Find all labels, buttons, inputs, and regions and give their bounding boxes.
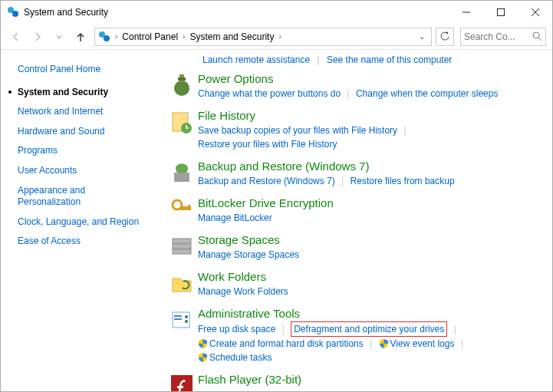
bitlocker-icon	[170, 197, 194, 222]
sidebar-item-clock[interactable]: Clock, Language, and Region	[18, 216, 150, 229]
category-title[interactable]: BitLocker Drive Encryption	[198, 196, 532, 211]
category-flash: Flash Player (32-bit)	[158, 372, 532, 391]
link-remote-assistance[interactable]: Launch remote assistance	[202, 54, 310, 65]
svg-point-27	[185, 320, 188, 323]
svg-rect-3	[497, 9, 504, 16]
svg-point-26	[185, 315, 188, 318]
sidebar-item-programs[interactable]: Programs	[18, 145, 150, 157]
recent-button[interactable]	[50, 28, 68, 46]
search-placeholder: Search Co...	[464, 31, 532, 42]
category-filehistory: File History Save backup copies of your …	[158, 108, 532, 151]
chevron-down-icon[interactable]: ⌄	[416, 32, 428, 41]
category-backup: Backup and Restore (Windows 7) Backup an…	[158, 159, 532, 188]
sidebar-item-hardware[interactable]: Hardware and Sound	[18, 126, 150, 138]
link-backup-restore[interactable]: Backup and Restore (Windows 7)	[198, 176, 335, 186]
shield-icon	[379, 338, 389, 348]
svg-point-9	[533, 32, 539, 38]
sidebar-item-users[interactable]: User Accounts	[18, 165, 150, 177]
workfolders-icon	[170, 271, 194, 295]
chevron-right-icon[interactable]: ›	[115, 32, 117, 41]
search-input[interactable]: Search Co...	[460, 28, 546, 46]
link-restore-filehistory[interactable]: Restore your files with File History	[198, 139, 337, 150]
svg-rect-20	[173, 239, 191, 243]
svg-point-1	[12, 11, 18, 17]
sidebar: Control Panel Home System and Security N…	[1, 50, 158, 391]
shield-icon	[198, 352, 208, 362]
control-panel-icon	[7, 6, 19, 18]
sidebar-item-network[interactable]: Network and Internet	[18, 106, 150, 118]
sidebar-item-ease[interactable]: Ease of Access	[18, 236, 150, 248]
chevron-right-icon[interactable]: ›	[183, 32, 185, 41]
admin-tools-icon	[170, 308, 194, 332]
category-title[interactable]: Flash Player (32-bit)	[198, 372, 532, 387]
svg-rect-24	[174, 315, 182, 317]
link-sleep[interactable]: Change when the computer sleeps	[356, 88, 498, 99]
svg-rect-19	[188, 205, 190, 207]
sidebar-item-home[interactable]: Control Panel Home	[18, 64, 150, 76]
control-panel-icon	[98, 31, 110, 43]
titlebar: System and Security	[1, 1, 552, 24]
category-title[interactable]: Work Folders	[198, 269, 532, 285]
navbar: › Control Panel › System and Security › …	[1, 24, 552, 50]
svg-rect-25	[174, 318, 182, 320]
svg-rect-16	[174, 173, 189, 182]
link-free-disk[interactable]: Free up disk space	[198, 324, 275, 334]
link-schedule-tasks[interactable]: Schedule tasks	[209, 352, 272, 363]
svg-point-8	[104, 35, 110, 41]
svg-rect-13	[178, 77, 186, 81]
window-title: System and Security	[24, 7, 449, 18]
shield-icon	[198, 338, 208, 348]
storage-icon	[170, 234, 194, 259]
link-manage-bitlocker[interactable]: Manage BitLocker	[198, 212, 272, 223]
flash-icon	[170, 374, 194, 391]
category-storage: Storage Spaces Manage Storage Spaces	[158, 232, 532, 262]
main-content: Launch remote assistance | See the name …	[158, 50, 552, 391]
svg-rect-21	[173, 244, 191, 249]
sidebar-item-system-security[interactable]: System and Security	[18, 87, 150, 99]
link-defragment[interactable]: Defragment and optimize your drives	[294, 324, 444, 334]
category-title[interactable]: Backup and Restore (Windows 7)	[198, 159, 532, 174]
back-button[interactable]	[7, 28, 25, 46]
highlight-defragment: Defragment and optimize your drives	[291, 321, 447, 337]
link-power-buttons[interactable]: Change what the power buttons do	[198, 88, 341, 99]
category-admintools: Administrative Tools Free up disk space …	[158, 306, 532, 364]
forward-button[interactable]	[28, 28, 47, 46]
category-bitlocker: BitLocker Drive Encryption Manage BitLoc…	[158, 196, 532, 225]
svg-rect-22	[173, 249, 191, 254]
minimize-button[interactable]	[449, 1, 483, 24]
power-icon	[170, 73, 194, 97]
sidebar-item-appearance[interactable]: Appearance and Personalization	[18, 185, 150, 209]
refresh-button[interactable]	[436, 28, 454, 46]
svg-line-10	[538, 38, 541, 41]
breadcrumb[interactable]: › Control Panel › System and Security › …	[94, 28, 432, 46]
breadcrumb-current[interactable]: System and Security	[186, 30, 277, 44]
link-create-partitions[interactable]: Create and format hard disk partitions	[209, 338, 364, 349]
svg-point-11	[174, 81, 189, 96]
top-links: Launch remote assistance | See the name …	[158, 54, 532, 65]
category-power: Power Options Change what the power butt…	[158, 71, 532, 100]
up-button[interactable]	[71, 28, 90, 46]
link-manage-workfolders[interactable]: Manage Work Folders	[198, 286, 288, 297]
search-icon	[532, 31, 542, 41]
file-history-icon	[170, 110, 194, 134]
link-manage-storage[interactable]: Manage Storage Spaces	[198, 249, 299, 260]
category-workfolders: Work Folders Manage Work Folders	[158, 269, 532, 298]
category-title[interactable]: Power Options	[198, 71, 532, 87]
chevron-right-icon[interactable]: ›	[278, 32, 281, 41]
close-button[interactable]	[518, 1, 552, 24]
category-title[interactable]: File History	[198, 108, 532, 124]
category-title[interactable]: Administrative Tools	[198, 306, 532, 321]
breadcrumb-root[interactable]: Control Panel	[119, 30, 181, 44]
maximize-button[interactable]	[483, 1, 518, 24]
divider: |	[317, 54, 319, 65]
link-restore-backup[interactable]: Restore files from backup	[351, 176, 455, 186]
link-event-logs[interactable]: View event logs	[390, 338, 455, 349]
link-computer-name[interactable]: See the name of this computer	[327, 54, 452, 65]
category-title[interactable]: Storage Spaces	[198, 232, 532, 248]
link-save-backup[interactable]: Save backup copies of your files with Fi…	[198, 125, 397, 136]
backup-icon	[170, 160, 194, 185]
